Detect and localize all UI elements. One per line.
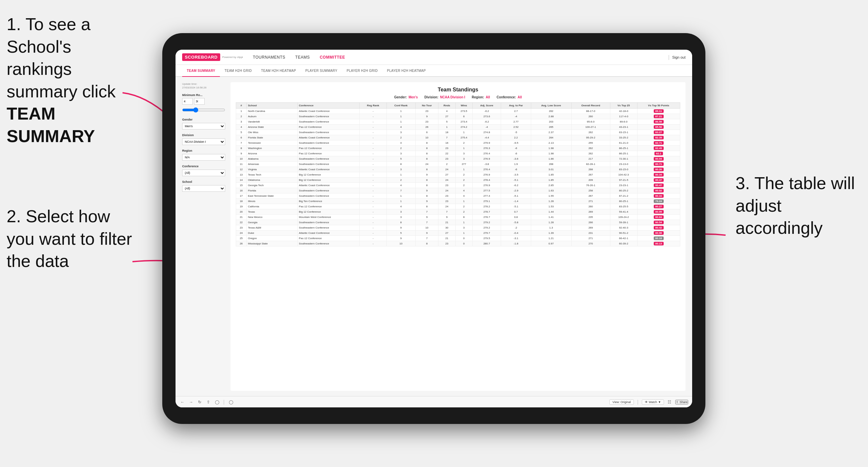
cell-wins: 2: [455, 204, 472, 209]
cell-vs-top25: 97-21-5: [610, 178, 637, 183]
cell-conf-rank: 8: [386, 220, 415, 225]
grid-icon[interactable]: ☷: [666, 399, 673, 405]
cell-overall: 260: [571, 204, 610, 209]
min-rank-slider[interactable]: [182, 107, 225, 113]
cell-wins: 273.4: [455, 119, 472, 125]
table-row: 6 Florida State Atlantic Coast Conferenc…: [236, 135, 680, 141]
cell-school: Tennessee: [246, 141, 298, 146]
cell-wins: 1: [455, 146, 472, 151]
cell-wins: 1: [455, 230, 472, 236]
gender-filter-value: Men's: [409, 95, 418, 99]
watch-btn[interactable]: 👁 Watch ▼: [642, 399, 664, 405]
share-icon-2[interactable]: ⇧: [205, 399, 211, 405]
cell-no-tour: 8: [415, 151, 438, 156]
cell-wins: 6: [455, 114, 472, 119]
col-conf-rank: Conf Rank: [386, 103, 415, 108]
main-panel: Team Standings Gender: Men's Division: N…: [230, 82, 685, 391]
cell-reg-rank: -: [360, 114, 386, 119]
cell-adj-score: 278.2: [472, 204, 501, 209]
instruction-1-bold: TEAM SUMMARY: [7, 104, 95, 146]
cell-rnds: 23: [438, 156, 455, 162]
cell-conf-rank: 1: [386, 108, 415, 114]
region-filter: Region N/A All: [182, 149, 225, 161]
table-row: 2 Auburn Southeastern Conference - 1 9 2…: [236, 114, 680, 119]
school-filter: School (All): [182, 180, 225, 192]
cell-rank: 10: [236, 156, 247, 162]
back-icon[interactable]: ←: [180, 399, 185, 405]
table-row: 22 Georgia Southeastern Conference - 8 7…: [236, 220, 680, 225]
watch-dropdown-icon: ▼: [658, 400, 661, 404]
cell-avg-to-par: -6: [501, 151, 531, 156]
cell-vs-top25: 43-23-1: [610, 125, 637, 130]
cell-reg-rank: -: [360, 151, 386, 156]
min-rank-to-input[interactable]: [194, 98, 205, 105]
forward-icon[interactable]: →: [188, 399, 194, 405]
cell-vs-top25: 87-21-2: [610, 193, 637, 199]
bookmark-icon[interactable]: ◯: [214, 399, 220, 405]
cell-avg-low: 1.98: [531, 146, 571, 151]
cell-score: 80.16: [637, 193, 680, 199]
min-rank-from-input[interactable]: [182, 98, 193, 105]
cell-reg-rank: -: [360, 230, 386, 236]
cell-score: 79.24: [637, 199, 680, 204]
cell-score: 82.71: [637, 141, 680, 146]
nav-teams[interactable]: TEAMS: [296, 55, 310, 60]
cell-rnds: 24: [438, 188, 455, 193]
sign-out-link[interactable]: Sign out: [672, 55, 685, 59]
cell-score: 80.26: [637, 167, 680, 172]
cell-overall: 209: [571, 178, 610, 183]
cell-vs-top25: 80-25-1: [610, 199, 637, 204]
cell-rnds: 21: [438, 220, 455, 225]
cell-avg-to-par: -4: [501, 114, 531, 119]
share-btn[interactable]: ⇧ Share: [675, 400, 688, 404]
cell-vs-top25: 66-42-1: [610, 236, 637, 241]
cell-vs-top25: 59-41-4: [610, 209, 637, 215]
cell-school: New Mexico: [246, 215, 298, 220]
cell-reg-rank: -: [360, 225, 386, 230]
cell-reg-rank: -: [360, 130, 386, 135]
cell-score: 80.18: [637, 236, 680, 241]
toolbar-sep-1: |: [223, 399, 224, 405]
cell-conf-rank: 7: [386, 188, 415, 193]
division-select[interactable]: NCAA Division I NCAA Division II NCAA Di…: [182, 138, 225, 145]
subnav-team-h2h-heatmap[interactable]: TEAM H2H HEATMAP: [256, 65, 301, 77]
cell-score: 83.27: [637, 130, 680, 135]
cell-school: East Tennessee State: [246, 193, 298, 199]
cell-vs-top25: 60-39-2: [610, 241, 637, 246]
gender-label: Gender: [182, 118, 225, 121]
table-title: Team Standings: [236, 87, 680, 93]
cell-rnds: 7: [438, 209, 455, 215]
clock-icon[interactable]: ◯: [228, 399, 234, 405]
cell-wins: 4: [455, 193, 472, 199]
nav-tournaments[interactable]: TOURNAMENTS: [253, 55, 285, 60]
cell-conference: Southeastern Conference: [298, 156, 360, 162]
cell-wins: 1: [455, 220, 472, 225]
gender-select[interactable]: Men's Women's: [182, 123, 225, 129]
cell-rank: 22: [236, 220, 247, 225]
subnav-team-summary[interactable]: TEAM SUMMARY: [182, 65, 220, 77]
nav-committee[interactable]: COMMITTEE: [319, 55, 345, 60]
region-select[interactable]: N/A All: [182, 154, 225, 161]
col-overall: Overall Record: [571, 103, 610, 108]
reload-icon[interactable]: ↻: [197, 399, 203, 405]
cell-score: 80.27: [637, 204, 680, 209]
table-filter-row: Gender: Men's Division: NCAA Division I …: [236, 95, 680, 99]
cell-score: 80.94: [637, 156, 680, 162]
cell-reg-rank: -: [360, 220, 386, 225]
cell-no-tour: 7: [415, 220, 438, 225]
cell-school: Texas A&M: [246, 225, 298, 230]
subnav-player-summary[interactable]: PLAYER SUMMARY: [301, 65, 342, 77]
cell-conference: Big 12 Conference: [298, 178, 360, 183]
instruction-1-text: 1. To see a School's rankings summary cl…: [7, 14, 116, 101]
view-original-btn[interactable]: View: Original: [609, 399, 633, 405]
table-row: 18 Illinois Big Ten Conference - 1 9 23 …: [236, 199, 680, 204]
subnav-team-h2h-grid[interactable]: TEAM H2H GRID: [220, 65, 256, 77]
subnav-player-h2h-heatmap[interactable]: PLAYER H2H HEATMAP: [382, 65, 430, 77]
subnav-player-h2h-grid[interactable]: PLAYER H2H GRID: [342, 65, 382, 77]
school-select[interactable]: (All): [182, 185, 225, 192]
cell-vs-top25: 33-25-2: [610, 135, 637, 141]
table-row: 3 Vanderbilt Southeastern Conference - 1…: [236, 119, 680, 125]
conference-select[interactable]: (All): [182, 169, 225, 176]
division-filter-value: NCAA Division I: [440, 95, 465, 99]
cell-score: 80.84: [637, 215, 680, 220]
